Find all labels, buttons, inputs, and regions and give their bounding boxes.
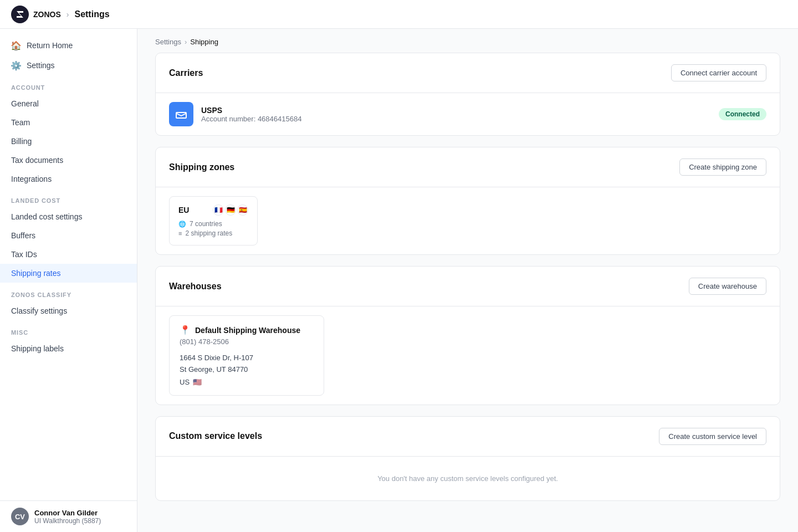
zone-flags-eu: 🇫🇷 🇩🇪 🇪🇸: [213, 204, 248, 216]
sidebar-item-classify-settings[interactable]: Classify settings: [0, 301, 137, 320]
sidebar-item-settings[interactable]: ⚙️ Settings: [0, 55, 137, 75]
account-section-label: ACCOUNT: [0, 75, 137, 94]
warehouse-country: US 🇺🇸: [180, 378, 314, 386]
page-title: Settings: [74, 9, 109, 19]
zone-header-eu: EU 🇫🇷 🇩🇪 🇪🇸: [178, 204, 248, 216]
warehouses-title: Warehouses: [169, 282, 222, 291]
usps-icon: [169, 102, 193, 126]
location-pin-icon: 📍: [180, 325, 191, 335]
sidebar-item-return-home[interactable]: 🏠 Return Home: [0, 35, 137, 55]
sidebar-item-billing-label: Billing: [11, 137, 32, 146]
home-icon: 🏠: [11, 40, 21, 50]
sidebar-nav: 🏠 Return Home ⚙️ Settings ACCOUNT Genera…: [0, 29, 137, 500]
user-avatar-initials: CV: [15, 513, 25, 521]
user-info: Connor Van Gilder UI Walkthrough (5887): [34, 509, 101, 525]
sidebar-item-landed-cost-settings[interactable]: Landed cost settings: [0, 207, 137, 226]
usps-info: USPS Account number: 46846415684: [201, 106, 711, 123]
top-bar: ZONOS › Settings: [0, 0, 798, 29]
warehouse-name-row: 📍 Default Shipping Warehouse: [180, 325, 314, 335]
content-inner: Carriers Connect carrier account USPS Ac…: [137, 50, 798, 523]
warehouses-section: Warehouses Create warehouse 📍 Default Sh…: [155, 266, 780, 405]
sidebar-item-integrations-label: Integrations: [11, 175, 52, 183]
create-warehouse-button[interactable]: Create warehouse: [689, 278, 766, 295]
warehouses-body: 📍 Default Shipping Warehouse (801) 478-2…: [156, 306, 780, 405]
sidebar-item-landed-cost-settings-label: Landed cost settings: [11, 212, 82, 221]
rates-icon: ≡: [178, 230, 182, 237]
usps-status-badge: Connected: [719, 108, 766, 120]
zone-rates-count: 2 shipping rates: [185, 229, 232, 237]
sidebar-item-billing[interactable]: Billing: [0, 132, 137, 151]
shipping-zones-title: Shipping zones: [169, 162, 234, 172]
connect-carrier-button[interactable]: Connect carrier account: [671, 64, 766, 81]
shipping-zones-header: Shipping zones Create shipping zone: [156, 147, 780, 187]
zone-meta-eu: 🌐 7 countries ≡ 2 shipping rates: [178, 220, 248, 237]
globe-icon: 🌐: [178, 221, 186, 228]
custom-service-levels-section: Custom service levels Create custom serv…: [155, 416, 780, 501]
carrier-row-usps[interactable]: USPS Account number: 46846415684 Connect…: [156, 93, 780, 135]
zone-rates-row: ≡ 2 shipping rates: [178, 229, 248, 237]
sidebar-item-shipping-labels[interactable]: Shipping labels: [0, 339, 137, 358]
zones-body: EU 🇫🇷 🇩🇪 🇪🇸 🌐 7 countries: [156, 187, 780, 254]
zone-name-eu: EU: [178, 206, 189, 214]
warehouse-name: Default Shipping Warehouse: [195, 326, 300, 335]
user-name: Connor Van Gilder: [34, 509, 101, 517]
sidebar-item-classify-settings-label: Classify settings: [11, 306, 67, 315]
sidebar-item-integrations[interactable]: Integrations: [0, 170, 137, 188]
breadcrumb-parent[interactable]: Settings: [155, 38, 181, 46]
zone-card-eu[interactable]: EU 🇫🇷 🇩🇪 🇪🇸 🌐 7 countries: [169, 196, 258, 245]
landed-cost-section-label: LANDED COST: [0, 188, 137, 207]
warehouse-phone: (801) 478-2506: [180, 337, 314, 346]
custom-service-levels-header: Custom service levels Create custom serv…: [156, 417, 780, 457]
user-avatar: CV: [11, 508, 29, 525]
sidebar-item-buffers-label: Buffers: [11, 231, 35, 240]
carriers-section: Carriers Connect carrier account USPS Ac…: [155, 53, 780, 136]
app-logo-text: ZONOS: [33, 10, 61, 19]
warehouse-address: 1664 S Dixie Dr, H-107 St George, UT 847…: [180, 352, 314, 376]
warehouse-address-line1: 1664 S Dixie Dr, H-107: [180, 352, 314, 364]
sidebar: 🏠 Return Home ⚙️ Settings ACCOUNT Genera…: [0, 29, 137, 532]
main-layout: 🏠 Return Home ⚙️ Settings ACCOUNT Genera…: [0, 29, 798, 532]
custom-service-levels-title: Custom service levels: [169, 431, 262, 441]
usps-account: Account number: 46846415684: [201, 115, 711, 123]
sidebar-item-settings-label: Settings: [27, 61, 55, 70]
sidebar-item-team[interactable]: Team: [0, 113, 137, 132]
gear-icon: ⚙️: [11, 60, 21, 70]
zone-countries-count: 7 countries: [190, 220, 222, 228]
user-subtitle: UI Walkthrough (5887): [34, 517, 101, 525]
sidebar-item-general-label: General: [11, 99, 39, 108]
create-shipping-zone-button[interactable]: Create shipping zone: [679, 158, 766, 176]
custom-service-levels-body: You don't have any custom service levels…: [156, 457, 780, 500]
sidebar-footer: CV Connor Van Gilder UI Walkthrough (588…: [0, 500, 137, 532]
sidebar-item-tax-documents[interactable]: Tax documents: [0, 151, 137, 170]
zonos-classify-section-label: ZONOS CLASSIFY: [0, 283, 137, 301]
flag-de: 🇩🇪: [225, 204, 236, 216]
misc-section-label: MISC: [0, 320, 137, 339]
warehouse-country-code: US: [180, 378, 190, 386]
breadcrumb-separator: ›: [185, 38, 187, 46]
breadcrumb-current: Shipping: [190, 38, 218, 46]
warehouses-header: Warehouses Create warehouse: [156, 267, 780, 306]
custom-service-levels-empty: You don't have any custom service levels…: [169, 468, 766, 489]
sidebar-item-general[interactable]: General: [0, 94, 137, 113]
usps-name: USPS: [201, 106, 711, 115]
breadcrumb: Settings › Shipping: [137, 29, 798, 50]
zone-countries-row: 🌐 7 countries: [178, 220, 248, 228]
warehouse-card-default[interactable]: 📍 Default Shipping Warehouse (801) 478-2…: [169, 315, 324, 396]
shipping-zones-section: Shipping zones Create shipping zone EU 🇫…: [155, 147, 780, 255]
sidebar-item-shipping-labels-label: Shipping labels: [11, 344, 64, 353]
carriers-title: Carriers: [169, 68, 203, 78]
carriers-header: Carriers Connect carrier account: [156, 53, 780, 93]
warehouse-country-flag: 🇺🇸: [193, 378, 202, 386]
flag-es: 🇪🇸: [237, 204, 248, 216]
app-logo[interactable]: ZONOS: [11, 6, 61, 23]
warehouse-address-line2: St George, UT 84770: [180, 364, 314, 376]
sidebar-item-team-label: Team: [11, 118, 30, 127]
sidebar-item-tax-ids[interactable]: Tax IDs: [0, 245, 137, 264]
sidebar-item-tax-ids-label: Tax IDs: [11, 250, 37, 259]
create-custom-service-level-button[interactable]: Create custom service level: [659, 428, 766, 445]
breadcrumb-chevron: ›: [66, 10, 69, 19]
sidebar-item-return-home-label: Return Home: [27, 41, 73, 50]
flag-fr: 🇫🇷: [213, 204, 224, 216]
sidebar-item-shipping-rates[interactable]: Shipping rates: [0, 264, 137, 283]
sidebar-item-buffers[interactable]: Buffers: [0, 226, 137, 245]
